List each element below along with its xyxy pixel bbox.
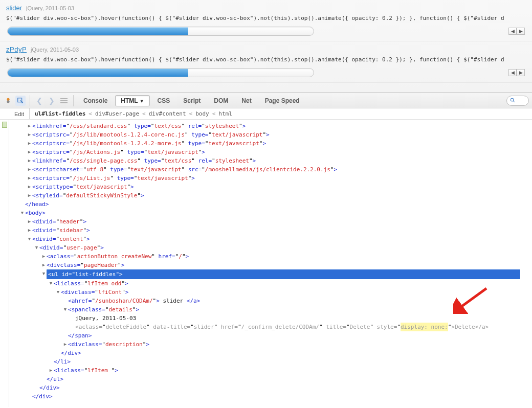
- fiddle-title-link[interactable]: slider: [6, 4, 22, 12]
- tree-row[interactable]: ▼<span class="details">: [12, 305, 529, 314]
- tree-row[interactable]: </span>: [12, 331, 529, 340]
- fiddle-item: zPdyP jQuery, 2011-05-03 $("#slider div.…: [0, 41, 532, 83]
- tree-row[interactable]: <a class="deleteFiddle" data-title="slid…: [12, 323, 529, 331]
- fiddle-preview-row: ◀ ▶: [6, 25, 526, 38]
- html-tree[interactable]: ▶<link href="/css/standard.css" type="te…: [9, 120, 532, 407]
- search-field[interactable]: [506, 96, 529, 106]
- tree-row[interactable]: ▶<script src="/js/lib/mootools-1.2.4.2-m…: [12, 139, 529, 148]
- tab-pagespeed[interactable]: Page Speed: [259, 95, 305, 106]
- tree-row[interactable]: ▼<div class="lfiCont">: [12, 288, 529, 297]
- tab-script[interactable]: Script: [178, 95, 206, 106]
- tree-row[interactable]: ▶<link href="/css/standard.css" type="te…: [12, 122, 529, 130]
- tree-row[interactable]: ▶<a class="actionButton createNew" href=…: [12, 252, 529, 261]
- pager-prev-button[interactable]: ◀: [508, 28, 517, 35]
- edit-button[interactable]: Edit: [0, 108, 30, 119]
- fiddle-preview-row: ◀ ▶: [6, 66, 526, 79]
- svg-rect-1: [7, 100, 9, 103]
- gutter-badge-icon: [2, 122, 7, 128]
- tab-console[interactable]: Console: [78, 95, 113, 106]
- tree-row[interactable]: jQuery, 2011-05-03: [12, 314, 529, 323]
- tree-row[interactable]: ▶<div id="header">: [12, 217, 529, 226]
- fiddle-meta: jQuery, 2011-05-03: [31, 47, 79, 53]
- annotation-arrow-icon: [453, 286, 489, 316]
- breadcrumb-row: Edit ul#list-fiddles < div#user-page < d…: [0, 108, 532, 120]
- nav-forward-icon[interactable]: ❯: [47, 96, 57, 106]
- tree-row[interactable]: </head>: [12, 200, 529, 209]
- tree-row[interactable]: </div>: [12, 349, 529, 357]
- pager-next-button[interactable]: ▶: [517, 28, 525, 35]
- nav-back-icon[interactable]: ❮: [34, 96, 45, 106]
- tree-row[interactable]: ▼<div id="content">: [12, 235, 529, 243]
- tree-row[interactable]: ▶<div class="description">: [12, 340, 529, 349]
- tab-dom[interactable]: DOM: [208, 95, 234, 106]
- tree-row[interactable]: ▶<script src="/js/List.js" type="text/ja…: [12, 174, 529, 183]
- fiddle-code-preview: $("#slider div.woo-sc-box").hover(functi…: [6, 56, 526, 63]
- fiddle-meta: jQuery, 2011-05-03: [26, 5, 74, 11]
- tree-row[interactable]: </div>: [12, 383, 529, 392]
- tree-row[interactable]: </ul>: [12, 375, 529, 383]
- pager-next-button[interactable]: ▶: [517, 69, 525, 76]
- inspect-icon[interactable]: [15, 96, 26, 106]
- tree-row[interactable]: ▶<li class="lfItem ">: [12, 366, 529, 375]
- tree-row[interactable]: ▶<div id="sidebar">: [12, 226, 529, 235]
- tree-row[interactable]: ▼<li class="lfItem odd">: [12, 279, 529, 288]
- tree-row-selected[interactable]: ▼<ul id="list-fiddles">: [12, 269, 529, 279]
- tab-net[interactable]: Net: [236, 95, 257, 106]
- gutter: [0, 120, 9, 407]
- tree-row[interactable]: ▶<script charset="utf-8" type="text/java…: [12, 165, 529, 174]
- breadcrumb-path[interactable]: ul#list-fiddles < div#user-page < div#co…: [30, 110, 237, 117]
- devtools-panel: ❮ ❯ Console HTML▼ CSS Script DOM Net Pag…: [0, 93, 532, 407]
- svg-line-7: [513, 101, 515, 102]
- fiddle-code-preview: $("#slider div.woo-sc-box").hover(functi…: [6, 15, 526, 21]
- tree-row[interactable]: ▶<link href="/css/single-page.css" type=…: [12, 156, 529, 165]
- fiddle-title-link[interactable]: zPdyP: [6, 46, 27, 53]
- tree-row[interactable]: ▼<body>: [12, 209, 529, 217]
- tree-row[interactable]: ▼<div id="user-page">: [12, 243, 529, 252]
- devtools-toolbar: ❮ ❯ Console HTML▼ CSS Script DOM Net Pag…: [0, 93, 532, 108]
- tree-row[interactable]: ▶<style id="defaultStickyWinStyle">: [12, 191, 529, 200]
- lines-icon[interactable]: [59, 96, 69, 106]
- tree-row[interactable]: ▶<script type="text/javascript">: [12, 183, 529, 191]
- tree-row[interactable]: ▶<script src="/js/lib/mootools-1.2.4-cor…: [12, 130, 529, 139]
- svg-point-6: [511, 98, 514, 101]
- progress-bar: [7, 68, 314, 77]
- tab-css[interactable]: CSS: [152, 95, 176, 106]
- tree-row[interactable]: <a href="/sunboshan/CQDAm/"> slider </a>: [12, 297, 529, 305]
- tree-row[interactable]: ▶<div class="pageHeader">: [12, 261, 529, 269]
- firebug-icon[interactable]: [3, 96, 13, 106]
- page-content: slider jQuery, 2011-05-03 $("#slider div…: [0, 0, 532, 93]
- progress-bar: [7, 27, 314, 36]
- tree-row[interactable]: ▶<script src="/js/Actions.js" type="text…: [12, 148, 529, 156]
- fiddle-item: slider jQuery, 2011-05-03 $("#slider div…: [0, 0, 532, 41]
- tab-html[interactable]: HTML▼: [115, 95, 149, 106]
- tree-row[interactable]: </li>: [12, 357, 529, 366]
- pager-prev-button[interactable]: ◀: [508, 69, 517, 76]
- tree-row[interactable]: </div>: [12, 392, 529, 401]
